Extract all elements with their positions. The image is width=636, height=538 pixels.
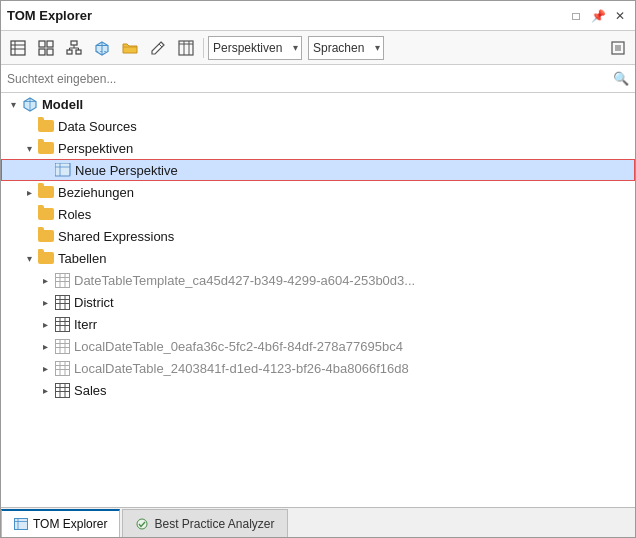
expand-arrow-data-sources: ▸ <box>21 121 37 132</box>
folder-beziehungen-icon <box>37 183 55 201</box>
tree-area: ▾ Modell ▸ Data Sources ▾ P <box>1 93 635 507</box>
modell-icon <box>21 95 39 113</box>
tree-node-perspektiven[interactable]: ▾ Perspektiven <box>1 137 635 159</box>
title-controls: □ 📌 ✕ <box>567 7 629 25</box>
svg-rect-57 <box>55 383 69 397</box>
perspektiven-select-wrapper[interactable]: Perspektiven <box>208 36 302 60</box>
table-icon-button[interactable] <box>5 35 31 61</box>
close-button[interactable]: ✕ <box>611 7 629 25</box>
table-localdate2403-icon <box>53 359 71 377</box>
table-datetable-icon <box>53 271 71 289</box>
tree-node-localdate-0eafa[interactable]: ▸ LocalDateTable_0eafa36c-5fc2-4b6f-84df… <box>1 335 635 357</box>
folder-data-sources-icon <box>37 117 55 135</box>
expand-arrow-district: ▸ <box>37 297 53 308</box>
cube-icon-button[interactable] <box>89 35 115 61</box>
folder-roles-icon <box>37 205 55 223</box>
item-label: Iterr <box>74 317 97 332</box>
tree-node-modell[interactable]: ▾ Modell <box>1 93 635 115</box>
modell-label: Modell <box>42 97 83 112</box>
sales-label: Sales <box>74 383 107 398</box>
title-bar: TOM Explorer □ 📌 ✕ <box>1 1 635 31</box>
hierarchy-icon-button[interactable] <box>61 35 87 61</box>
district-label: District <box>74 295 114 310</box>
svg-rect-7 <box>47 49 53 55</box>
data-sources-label: Data Sources <box>58 119 137 134</box>
tree-node-roles[interactable]: ▸ Roles <box>1 203 635 225</box>
tab-best-practice-analyzer[interactable]: Best Practice Analyzer <box>122 509 287 537</box>
minimize-button[interactable]: □ <box>567 7 585 25</box>
tab-tom-explorer-label: TOM Explorer <box>33 517 107 531</box>
folder-icon-button[interactable] <box>117 35 143 61</box>
svg-rect-47 <box>55 339 69 353</box>
svg-rect-62 <box>15 519 28 530</box>
perspektiven-label: Perspektiven <box>58 141 133 156</box>
grid-icon-button[interactable] <box>33 35 59 61</box>
expand-arrow-perspektiven: ▾ <box>21 143 37 154</box>
window-title: TOM Explorer <box>7 8 92 23</box>
table-item-icon <box>53 315 71 333</box>
tab-tom-explorer-icon <box>14 517 28 531</box>
toolbar-separator <box>203 38 204 58</box>
tree-node-data-sources[interactable]: ▸ Data Sources <box>1 115 635 137</box>
expand-arrow-sales: ▸ <box>37 385 53 396</box>
beziehungen-label: Beziehungen <box>58 185 134 200</box>
svg-rect-6 <box>39 49 45 55</box>
folder-shared-expressions-icon <box>37 227 55 245</box>
svg-rect-32 <box>55 273 69 287</box>
roles-label: Roles <box>58 207 91 222</box>
tree-node-item[interactable]: ▸ Iterr <box>1 313 635 335</box>
expand-arrow-beziehungen: ▸ <box>21 187 37 198</box>
table-sales-icon <box>53 381 71 399</box>
expand-arrow-modell: ▾ <box>5 99 21 110</box>
search-bar: 🔍 <box>1 65 635 93</box>
expand-arrow-localdate-0eafa: ▸ <box>37 341 53 352</box>
tab-bpa-icon <box>135 517 149 531</box>
tree-node-district[interactable]: ▸ District <box>1 291 635 313</box>
svg-rect-25 <box>615 45 621 51</box>
svg-rect-8 <box>71 41 77 45</box>
table-localdate0eafa-icon <box>53 337 71 355</box>
tab-bpa-label: Best Practice Analyzer <box>154 517 274 531</box>
expand-arrow-shared-expressions: ▸ <box>21 231 37 242</box>
tree-node-datetable[interactable]: ▸ DateTableTemplate_ca45d427-b349-4299-a… <box>1 269 635 291</box>
tree-node-sales[interactable]: ▸ Sales <box>1 379 635 401</box>
shared-expressions-label: Shared Expressions <box>58 229 174 244</box>
expand-arrow-roles: ▸ <box>21 209 37 220</box>
localdate-0eafa-label: LocalDateTable_0eafa36c-5fc2-4b6f-84df-2… <box>74 339 403 354</box>
tab-tom-explorer[interactable]: TOM Explorer <box>1 509 120 537</box>
dock-button[interactable] <box>605 35 631 61</box>
datetable-label: DateTableTemplate_ca45d427-b349-4299-a60… <box>74 273 415 288</box>
pin-button[interactable]: 📌 <box>589 7 607 25</box>
tree-node-beziehungen[interactable]: ▸ Beziehungen <box>1 181 635 203</box>
expand-arrow-datetable: ▸ <box>37 275 53 286</box>
sprachen-select[interactable]: Sprachen <box>308 36 384 60</box>
svg-rect-9 <box>67 50 72 54</box>
svg-rect-5 <box>47 41 53 47</box>
svg-rect-4 <box>39 41 45 47</box>
toolbar-right <box>605 35 631 61</box>
perspective-icon <box>54 161 72 179</box>
expand-arrow-tabellen: ▾ <box>21 253 37 264</box>
svg-rect-0 <box>11 41 25 55</box>
tree-node-tabellen[interactable]: ▾ Tabellen <box>1 247 635 269</box>
tree-node-neue-perspektive[interactable]: ▸ Neue Perspektive <box>1 159 635 181</box>
svg-rect-37 <box>55 295 69 309</box>
search-input[interactable] <box>7 72 609 86</box>
localdate-2403-label: LocalDateTable_2403841f-d1ed-4123-bf26-4… <box>74 361 409 376</box>
pencil-icon-button[interactable] <box>145 35 171 61</box>
expand-arrow-localdate-2403: ▸ <box>37 363 53 374</box>
folder-perspektiven-icon <box>37 139 55 157</box>
perspektiven-select[interactable]: Perspektiven <box>208 36 302 60</box>
tree-node-shared-expressions[interactable]: ▸ Shared Expressions <box>1 225 635 247</box>
sprachen-select-wrapper[interactable]: Sprachen <box>308 36 384 60</box>
columns-icon-button[interactable] <box>173 35 199 61</box>
folder-tabellen-icon <box>37 249 55 267</box>
tab-bar: TOM Explorer Best Practice Analyzer <box>1 507 635 537</box>
svg-rect-42 <box>55 317 69 331</box>
svg-point-65 <box>137 519 147 529</box>
search-icon: 🔍 <box>613 71 629 86</box>
svg-rect-29 <box>55 163 70 176</box>
tom-explorer-window: TOM Explorer □ 📌 ✕ <box>0 0 636 538</box>
tree-node-localdate-2403[interactable]: ▸ LocalDateTable_2403841f-d1ed-4123-bf26… <box>1 357 635 379</box>
tabellen-label: Tabellen <box>58 251 106 266</box>
